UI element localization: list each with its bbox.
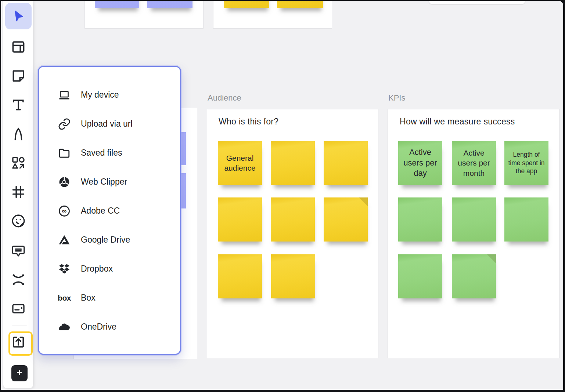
connector-tool[interactable]: [8, 269, 29, 290]
menu-item-label: Adobe CC: [81, 206, 120, 216]
menu-item-saved-files[interactable]: Saved files: [39, 138, 180, 167]
card-icon: [10, 301, 26, 317]
pen-tool[interactable]: [8, 124, 29, 144]
shapes-icon: [10, 155, 26, 171]
menu-item-label: Saved files: [81, 148, 122, 158]
cursor-icon: [11, 9, 26, 23]
menu-item-my-device[interactable]: My device: [39, 80, 180, 109]
text-icon: [10, 97, 26, 113]
svg-text:∞: ∞: [62, 207, 67, 214]
sticky-note[interactable]: [398, 197, 442, 242]
pen-icon: [10, 126, 26, 142]
sticky-note[interactable]: [452, 254, 496, 298]
comment-tool[interactable]: [8, 240, 29, 261]
sticky-note[interactable]: [504, 197, 548, 242]
sticky-note[interactable]: [218, 254, 262, 298]
sticky-note[interactable]: [271, 254, 315, 298]
menu-item-label: Box: [81, 293, 96, 303]
sticky-note-active-users-day[interactable]: Active users per day: [398, 141, 442, 185]
frame-icon: [10, 184, 26, 200]
audience-heading[interactable]: Who is this for?: [219, 117, 278, 127]
toolbar: [3, 1, 33, 388]
sticky-note-length-of-time[interactable]: Length of time spent in the app: [504, 141, 548, 185]
upload-icon: [10, 334, 26, 350]
folder-icon: [57, 146, 71, 160]
menu-item-dropbox[interactable]: Dropbox: [39, 254, 180, 283]
menu-item-label: Upload via url: [81, 119, 133, 129]
templates-tool[interactable]: [8, 37, 29, 57]
sticker-tool[interactable]: [8, 211, 29, 231]
miro-board-screenshot: { "colors": { "canvas_bg": "#F1F1F3", "a…: [0, 0, 565, 392]
card-tool[interactable]: [8, 298, 29, 319]
menu-item-label: Dropbox: [81, 264, 113, 274]
note-text: General audience: [220, 153, 260, 173]
board-canvas: d Audience Who is this for? General audi…: [1, 1, 563, 390]
menu-item-web-clipper[interactable]: Web Clipper: [39, 167, 180, 196]
menu-item-upload-via-url[interactable]: Upload via url: [39, 109, 180, 138]
sticky-note-icon: [10, 68, 26, 84]
box-logo-text: box: [58, 294, 71, 302]
link-icon: [57, 117, 71, 131]
menu-item-box[interactable]: box Box: [39, 283, 180, 312]
google-drive-icon: [57, 233, 71, 247]
note-text: Active users per day: [400, 147, 440, 179]
box-icon: box: [57, 291, 71, 305]
templates-icon: [10, 39, 26, 55]
note-text: Length of time spent in the app: [507, 150, 546, 175]
adobe-cc-icon: ∞: [57, 204, 71, 218]
add-apps-button[interactable]: [11, 365, 28, 381]
menu-item-google-drive[interactable]: Google Drive: [39, 225, 180, 254]
frame-title-kpis[interactable]: KPIs: [388, 93, 405, 103]
sticky-note-general-audience[interactable]: General audience: [218, 141, 262, 185]
note-text: Active users per month: [454, 148, 494, 178]
frame-tool[interactable]: [8, 182, 29, 202]
sticky-note[interactable]: [324, 197, 368, 242]
menu-item-onedrive[interactable]: OneDrive: [39, 312, 180, 341]
menu-item-label: Google Drive: [81, 235, 130, 245]
upload-menu: My device Upload via url Saved files Web…: [38, 66, 181, 355]
menu-item-label: My device: [81, 90, 119, 100]
upload-tool[interactable]: [8, 332, 29, 352]
menu-item-adobe-cc[interactable]: ∞ Adobe CC: [39, 196, 180, 225]
shapes-tool[interactable]: [8, 153, 29, 173]
sticky-note[interactable]: [324, 141, 368, 185]
frame-title-audience[interactable]: Audience: [208, 93, 241, 103]
top-partial-panel: [429, 1, 525, 4]
chrome-icon: [57, 175, 71, 189]
sticky-note[interactable]: [147, 1, 192, 8]
sticky-note-active-users-month[interactable]: Active users per month: [452, 141, 496, 185]
plus-icon: [14, 367, 25, 380]
comment-icon: [10, 243, 26, 259]
dropbox-icon: [57, 262, 71, 276]
sticky-note[interactable]: [95, 1, 139, 8]
sticky-note[interactable]: [224, 1, 269, 8]
select-tool[interactable]: [5, 3, 32, 29]
toolbar-divider: [12, 326, 27, 326]
text-tool[interactable]: [8, 95, 29, 115]
sticky-note-tool[interactable]: [8, 66, 29, 86]
sticky-note[interactable]: [398, 254, 442, 298]
menu-item-label: OneDrive: [81, 322, 116, 332]
sticky-note[interactable]: [271, 197, 315, 242]
sticky-note[interactable]: [452, 197, 496, 242]
laptop-icon: [57, 88, 71, 102]
onedrive-icon: [57, 320, 71, 334]
kpis-heading[interactable]: How will we measure success: [400, 117, 515, 127]
sticky-note[interactable]: [277, 1, 323, 8]
sticky-note[interactable]: [218, 197, 262, 242]
connector-icon: [10, 272, 26, 288]
sticker-icon: [10, 213, 26, 229]
menu-item-label: Web Clipper: [81, 177, 127, 187]
sticky-note[interactable]: [271, 141, 315, 185]
